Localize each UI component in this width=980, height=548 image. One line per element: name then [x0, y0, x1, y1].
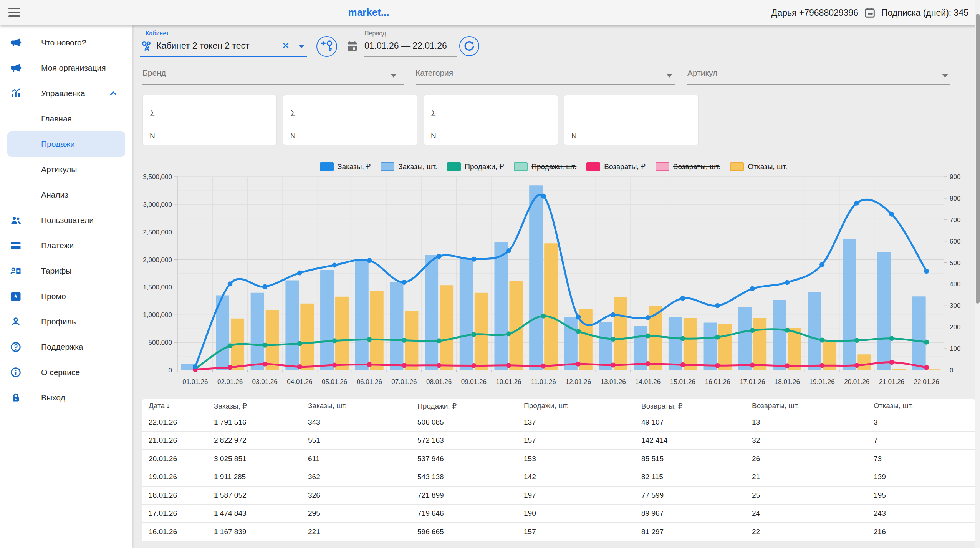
cabinet-clear-icon[interactable]: ✕: [281, 40, 290, 52]
sidebar-item-артикулы[interactable]: Артикулы: [7, 157, 125, 182]
point-Продажи, ₽: [924, 340, 929, 345]
table-cell: 551: [302, 436, 411, 445]
table-header-7[interactable]: Отказы, шт.: [867, 402, 975, 410]
sidebar-item-label: Управленка: [41, 89, 85, 98]
sidebar-item-продажи[interactable]: Продажи: [7, 131, 125, 157]
sidebar-item-о-сервисе[interactable]: О сервисе: [7, 360, 125, 385]
promo-icon: [10, 291, 22, 302]
sidebar-item-управленка[interactable]: Управленка: [7, 81, 125, 106]
period-value[interactable]: 01.01.26 — 22.01.26: [364, 41, 447, 51]
table-cell: 25: [746, 491, 867, 500]
svg-text:0: 0: [950, 367, 953, 374]
chevron-up-icon[interactable]: [108, 88, 118, 98]
sort-desc-icon[interactable]: ↓: [166, 402, 170, 410]
sidebar-item-пользователи[interactable]: Пользователи: [7, 208, 125, 233]
cabinet-value[interactable]: Кабинет 2 токен 2 тест: [156, 41, 250, 51]
legend-item-4[interactable]: Возвраты, ₽: [586, 162, 646, 171]
calendar-icon[interactable]: [346, 40, 358, 52]
table-header-0[interactable]: Дата↓: [142, 402, 208, 410]
legend-swatch: [381, 162, 394, 171]
sidebar-item-моя-организация[interactable]: Моя организация: [7, 55, 125, 81]
n-icon: N: [150, 132, 157, 140]
legend-item-3[interactable]: Продажи, шт.: [514, 162, 576, 171]
sidebar-item-промо[interactable]: Промо: [7, 284, 125, 309]
table-row-17.01.26: 17.01.261 474 843295719 64619089 9672424…: [142, 505, 975, 523]
point-Возвраты, ₽: [889, 360, 894, 365]
point-Продажи, ₽: [437, 338, 442, 343]
cabinet-underline: [140, 56, 307, 57]
table-cell: 17.01.26: [142, 509, 208, 518]
table-header-3[interactable]: Продажи, ₽: [411, 402, 518, 410]
table-cell: 572 163: [411, 436, 518, 445]
table-header-6[interactable]: Возвраты, шт.: [746, 402, 867, 410]
table-cell: 77 599: [635, 491, 746, 500]
legend-item-2[interactable]: Продажи, ₽: [447, 162, 504, 171]
add-token-button[interactable]: [316, 36, 337, 57]
table-cell: 1 791 516: [208, 418, 302, 427]
sidebar-item-label: Тарифы: [41, 266, 71, 276]
bar-Заказы, шт.: [355, 261, 369, 370]
table-header-2[interactable]: Заказы, шт.: [302, 402, 411, 410]
sidebar-item-главная[interactable]: Главная: [7, 106, 125, 131]
sidebar-item-платежи[interactable]: Платежи: [7, 233, 125, 258]
sidebar-item-профиль[interactable]: Профиль: [7, 309, 125, 334]
bar-Заказы, шт.: [390, 282, 403, 370]
svg-text:400: 400: [950, 281, 960, 288]
lock-icon: [10, 392, 22, 404]
point-Возвраты, ₽: [854, 363, 859, 368]
bar-Заказы, шт.: [425, 255, 438, 370]
brand-select[interactable]: Бренд: [142, 68, 166, 78]
cabinet-caret-icon[interactable]: [298, 45, 305, 48]
scrollbar-thumb[interactable]: [976, 14, 980, 304]
people-icon: [10, 214, 22, 226]
article-caret-icon[interactable]: [942, 74, 948, 78]
table-cell: 18.01.26: [142, 491, 208, 500]
sidebar-item-выход[interactable]: Выход: [7, 385, 125, 410]
menu-icon[interactable]: [8, 8, 20, 18]
table-row-22.01.26: 22.01.261 791 516343506 08513749 107133: [142, 413, 975, 432]
svg-text:18.01.26: 18.01.26: [775, 378, 800, 385]
sidebar-item-label: Промо: [41, 292, 66, 301]
legend-swatch: [730, 162, 744, 171]
point-Возвраты, ₽: [611, 363, 616, 368]
megaphone-icon: [10, 37, 22, 48]
analytics-icon: [10, 88, 22, 99]
table-header-5[interactable]: Возвраты, ₽: [635, 402, 746, 410]
sidebar-item-что-нового-[interactable]: Что нового?: [7, 30, 125, 55]
point-Возвраты, ₽: [576, 362, 581, 367]
point-Продажи, ₽: [367, 337, 372, 342]
sidebar-item-тарифы[interactable]: Тарифы: [7, 258, 125, 284]
point-Возвраты, ₽: [750, 363, 755, 368]
legend-item-6[interactable]: Отказы, шт.: [730, 162, 787, 171]
category-caret-icon[interactable]: [666, 74, 672, 78]
legend-item-0[interactable]: Заказы, ₽: [320, 162, 371, 171]
legend-item-5[interactable]: Возвраты, шт.: [656, 162, 720, 171]
svg-text:10.01.26: 10.01.26: [496, 378, 521, 385]
point-Возвраты, ₽: [297, 364, 302, 369]
point-Заказы, ₽: [715, 303, 720, 308]
point-Продажи, ₽: [680, 336, 685, 341]
legend-item-1[interactable]: Заказы, шт.: [381, 162, 437, 171]
table-cell: 221: [302, 528, 411, 536]
svg-text:13.01.26: 13.01.26: [600, 378, 626, 385]
column-label: Возвраты, ₽: [641, 402, 683, 410]
category-select[interactable]: Категория: [416, 68, 453, 78]
bar-Заказы, шт.: [808, 292, 821, 370]
sidebar-item-анализ[interactable]: Анализ: [7, 182, 125, 208]
point-Возвраты, ₽: [819, 363, 824, 368]
table-header-4[interactable]: Продажи, шт.: [518, 402, 635, 410]
card-title: [143, 95, 276, 104]
article-select[interactable]: Артикул: [687, 68, 717, 78]
svg-text:0: 0: [169, 367, 172, 374]
brand-caret-icon[interactable]: [391, 74, 397, 78]
bar-Заказы, шт.: [843, 239, 856, 370]
sidebar-item-label: Пользователи: [41, 216, 94, 225]
vertical-scrollbar[interactable]: [975, 0, 980, 548]
table-header-1[interactable]: Заказы, ₽: [208, 402, 302, 410]
table-row-18.01.26: 18.01.261 587 052326721 89919777 5992519…: [142, 487, 975, 505]
bar-Заказы, шт.: [704, 322, 717, 370]
sidebar-item-поддержка[interactable]: Поддержка: [7, 334, 125, 360]
refresh-button[interactable]: [459, 36, 479, 56]
bar-Отказы, шт.: [509, 281, 523, 370]
summary-card-заказы: ∑N: [142, 95, 277, 145]
